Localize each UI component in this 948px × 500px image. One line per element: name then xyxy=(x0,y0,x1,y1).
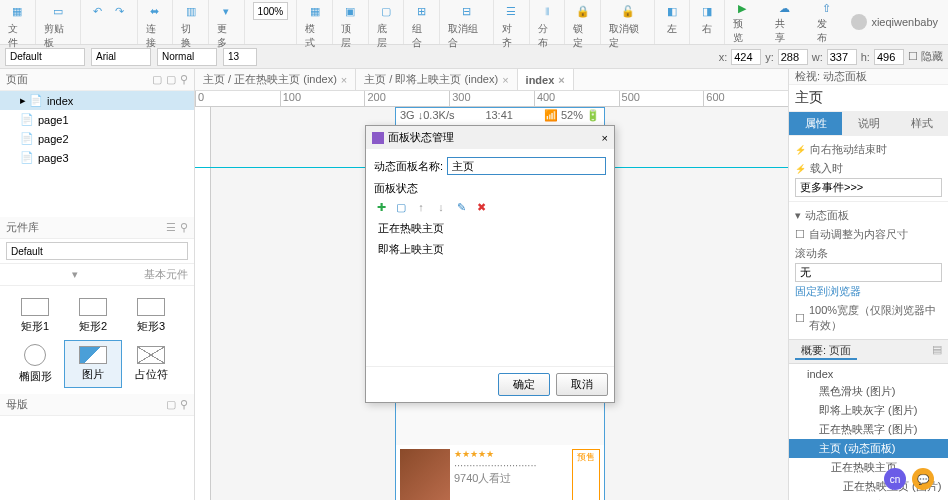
ungroup-icon[interactable]: ⊟ xyxy=(457,2,475,20)
outline-item[interactable]: 即将上映灰字 (图片) xyxy=(789,401,948,420)
toggle-icon[interactable]: ▥ xyxy=(182,2,200,20)
outline-item[interactable]: 主页 (动态面板) xyxy=(789,439,948,458)
add-state-icon[interactable]: ✚ xyxy=(374,200,388,214)
preview-icon[interactable]: ▶ xyxy=(733,2,751,15)
dp-section-toggle[interactable]: ▾ 动态面板 xyxy=(795,206,942,225)
page-item[interactable]: 📄page2 xyxy=(0,129,194,148)
up-icon[interactable]: ↑ xyxy=(414,200,428,214)
more-icon[interactable]: ▾ xyxy=(217,2,235,20)
dialog-close-icon[interactable]: × xyxy=(602,132,608,144)
basic-widgets-toggle[interactable]: ▾ 基本元件 xyxy=(0,264,194,286)
add-master-icon[interactable]: ▢ xyxy=(166,398,176,411)
library-dropdown[interactable]: Default xyxy=(6,242,188,260)
buy-button[interactable]: 预售 xyxy=(572,449,600,500)
state-item[interactable]: 即将上映主页 xyxy=(374,239,606,260)
state-item[interactable]: 正在热映主页 xyxy=(374,218,606,239)
close-icon[interactable]: × xyxy=(341,74,347,86)
add-page-icon[interactable]: ▢ xyxy=(152,73,162,86)
w-input[interactable] xyxy=(827,49,857,65)
publish-icon[interactable]: ⇧ xyxy=(817,2,835,15)
right-icon[interactable]: ◨ xyxy=(698,2,716,20)
widget-rect3[interactable]: 矩形3 xyxy=(122,292,180,340)
outline-header: 概要: 页面 ▤ xyxy=(789,339,948,364)
rating-stars: ★★★★★ xyxy=(454,449,568,459)
widget-rect2[interactable]: 矩形2 xyxy=(64,292,122,340)
bolt-icon: ⚡ xyxy=(795,145,806,155)
search-icon[interactable]: ⚲ xyxy=(180,73,188,86)
align-icon[interactable]: ☰ xyxy=(502,2,520,20)
bolt-icon: ⚡ xyxy=(795,164,806,174)
weight-dropdown[interactable]: Normal xyxy=(157,48,217,66)
clipboard-icon[interactable]: ▭ xyxy=(49,2,67,20)
inspector-panel: 检视: 动态面板 主页 属性 说明 样式 ⚡向右拖动结束时 ⚡载入时 更多事件>… xyxy=(788,69,948,500)
lib-menu-icon[interactable]: ☰ xyxy=(166,221,176,234)
outline-tab[interactable]: 概要: 页面 xyxy=(795,343,857,360)
close-icon[interactable]: × xyxy=(558,74,564,86)
back-icon[interactable]: ▢ xyxy=(377,2,395,20)
y-input[interactable] xyxy=(778,49,808,65)
down-icon[interactable]: ↓ xyxy=(434,200,448,214)
user-info[interactable]: xieqiwenbaby xyxy=(851,14,938,30)
tab-properties[interactable]: 属性 xyxy=(789,112,842,135)
event-drag[interactable]: ⚡向右拖动结束时 xyxy=(795,140,942,159)
tab-notes[interactable]: 说明 xyxy=(842,112,895,135)
inspector-header: 检视: 动态面板 xyxy=(789,69,948,85)
width100-checkbox[interactable]: ☐ 100%宽度（仅限浏览器中有效） xyxy=(795,301,942,335)
style-dropdown[interactable]: Default xyxy=(5,48,85,66)
panel-name-input[interactable] xyxy=(447,157,606,175)
unlock-icon[interactable]: 🔓 xyxy=(619,2,637,20)
master-search-icon[interactable]: ⚲ xyxy=(180,398,188,411)
tab-active[interactable]: index× xyxy=(518,69,574,90)
fab-chat-icon[interactable]: 💬 xyxy=(912,468,934,490)
lock-icon[interactable]: 🔒 xyxy=(574,2,592,20)
size-dropdown[interactable]: 13 xyxy=(223,48,257,66)
states-list[interactable]: 正在热映主页 即将上映主页 xyxy=(374,218,606,358)
folder-icon[interactable]: ▢ xyxy=(166,73,176,86)
font-dropdown[interactable]: Arial xyxy=(91,48,151,66)
tab-style[interactable]: 样式 xyxy=(895,112,948,135)
page-item[interactable]: 📄page3 xyxy=(0,148,194,167)
widget-rect1[interactable]: 矩形1 xyxy=(6,292,64,340)
autosize-checkbox[interactable]: ☐ 自动调整为内容尺寸 xyxy=(795,225,942,244)
outline-item[interactable]: 正在热映黑字 (图片) xyxy=(789,420,948,439)
outline-item[interactable]: 黑色滑块 (图片) xyxy=(789,382,948,401)
delete-icon[interactable]: ✖ xyxy=(474,200,488,214)
more-events-dropdown[interactable]: 更多事件>>> xyxy=(795,178,942,197)
pin-link[interactable]: 固定到浏览器 xyxy=(795,282,942,301)
dialog-titlebar[interactable]: 面板状态管理 × xyxy=(366,126,614,149)
outline-item[interactable]: 即将上映主页 xyxy=(789,496,948,500)
page-index[interactable]: ▸ 📄index xyxy=(0,91,194,110)
undo-icon[interactable]: ↶ xyxy=(89,2,107,20)
hide-checkbox[interactable]: ☐ 隐藏 xyxy=(908,49,943,64)
lib-search-icon[interactable]: ⚲ xyxy=(180,221,188,234)
redo-icon[interactable]: ↷ xyxy=(111,2,129,20)
zoom-dropdown[interactable]: 100% xyxy=(253,2,289,20)
h-input[interactable] xyxy=(874,49,904,65)
page-item[interactable]: 📄page1 xyxy=(0,110,194,129)
event-load[interactable]: ⚡载入时 xyxy=(795,159,942,178)
widget-ellipse[interactable]: 椭圆形 xyxy=(6,340,64,388)
edit-icon[interactable]: ✎ xyxy=(454,200,468,214)
x-input[interactable] xyxy=(731,49,761,65)
cancel-button[interactable]: 取消 xyxy=(556,373,608,396)
mode-icon[interactable]: ▦ xyxy=(306,2,324,20)
close-icon[interactable]: × xyxy=(502,74,508,86)
duplicate-icon[interactable]: ▢ xyxy=(394,200,408,214)
outline-item[interactable]: index xyxy=(789,366,948,382)
group-icon[interactable]: ⊞ xyxy=(412,2,430,20)
front-icon[interactable]: ▣ xyxy=(341,2,359,20)
tab[interactable]: 主页 / 正在热映主页 (index)× xyxy=(195,69,356,90)
filter-icon[interactable]: ▤ xyxy=(932,343,942,360)
widget-placeholder[interactable]: 占位符 xyxy=(122,340,180,388)
widget-image[interactable]: 图片 xyxy=(64,340,122,388)
scrollbar-dropdown[interactable]: 无 xyxy=(795,263,942,282)
connect-icon[interactable]: ⬌ xyxy=(146,2,164,20)
fab-cn-icon[interactable]: cn xyxy=(884,468,906,490)
distribute-icon[interactable]: ⦀ xyxy=(538,2,556,20)
left-icon[interactable]: ◧ xyxy=(663,2,681,20)
share-icon[interactable]: ☁ xyxy=(775,2,793,15)
file-icon[interactable]: ▦ xyxy=(8,2,26,20)
ruler-vertical xyxy=(195,107,211,500)
tab[interactable]: 主页 / 即将上映主页 (index)× xyxy=(356,69,517,90)
ok-button[interactable]: 确定 xyxy=(498,373,550,396)
